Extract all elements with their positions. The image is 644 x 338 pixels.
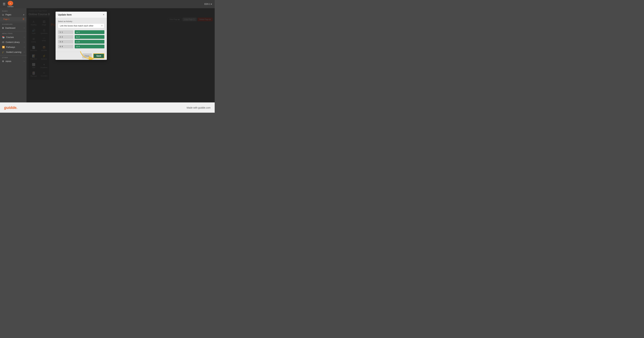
- modal-body: Select an Activity: Link the boxes that …: [56, 18, 107, 52]
- logo-icon: C: [8, 1, 13, 6]
- page1-menu-icon[interactable]: ☰: [22, 18, 24, 20]
- dashboard-section-label: DASHBOARD: [0, 23, 26, 26]
- add-page-button[interactable]: +: [23, 13, 24, 16]
- match-left-4: 4: 4: [58, 44, 73, 48]
- pages-section-label: PAGES: [0, 10, 26, 12]
- match-left-2: 2: 2: [58, 35, 73, 39]
- admin-arrow: ›: [24, 60, 24, 62]
- sidebar-item-guided-learning[interactable]: 🎓 Guided Learning ›: [0, 50, 26, 54]
- activity-select-wrapper: Link the boxes that match each other Dra…: [58, 24, 104, 28]
- guided-learning-icon: 🎓: [2, 51, 5, 53]
- modal-save-button[interactable]: Save: [93, 53, 104, 58]
- svg-text:C: C: [10, 3, 11, 4]
- guided-learning-arrow: ›: [24, 51, 24, 53]
- sidebar-page1[interactable]: Page 1 ☰: [0, 17, 26, 21]
- match-left-1: 1: 1: [58, 30, 73, 34]
- sidebar: PAGES 🗂 Pages + Page 1 ☰ DASHBOARD ⊞ Das…: [0, 8, 26, 102]
- sidebar-item-admin[interactable]: ⚙ Admin ›: [0, 59, 26, 64]
- footer-logo: guidde.: [4, 106, 18, 110]
- courses-label: Courses: [6, 36, 14, 38]
- app-logo: C Censeo: [8, 1, 13, 8]
- dashboard-label: Dashboard: [5, 27, 16, 29]
- pathways-arrow: ›: [24, 46, 24, 48]
- match-right-1: a: 1: [75, 30, 104, 34]
- top-navbar: ☰ C Censeo EDS 1 ▾: [0, 0, 215, 8]
- dashboard-icon: ⊞: [2, 27, 4, 29]
- footer-text: Made with guidde.com: [187, 106, 210, 109]
- match-right-3: c: 3: [75, 40, 104, 44]
- sidebar-item-dashboard[interactable]: ⊞ Dashboard ›: [0, 26, 26, 30]
- user-menu[interactable]: EDS 1 ▾: [204, 3, 212, 5]
- match-row-4: 4: 4 d: 4: [58, 44, 104, 48]
- match-right-4: d: 4: [75, 44, 104, 48]
- pathways-label: Pathways: [6, 46, 15, 48]
- sidebar-item-pathways[interactable]: 🔀 Pathways ›: [0, 44, 26, 50]
- admin-icon: ⚙: [2, 60, 4, 62]
- modal-close-button[interactable]: ×: [103, 13, 104, 16]
- pages-header: 🗂 Pages +: [0, 12, 26, 17]
- update-item-modal: Update Item × Select an Activity: Link t…: [56, 12, 107, 60]
- hamburger-icon[interactable]: ☰: [3, 2, 6, 6]
- content-library-icon: 🗃: [2, 41, 4, 44]
- match-left-3: 3: 3: [58, 40, 73, 44]
- modal-title: Update Item: [58, 13, 72, 16]
- content-area: Course and Page Name Online Course B A H…: [26, 8, 215, 102]
- modal-close-footer-button[interactable]: Close: [82, 53, 92, 58]
- courses-arrow: ›: [24, 36, 24, 38]
- modal-overlay: [26, 8, 215, 102]
- main-layout: PAGES 🗂 Pages + Page 1 ☰ DASHBOARD ⊞ Das…: [0, 8, 215, 102]
- match-row-3: 3: 3 c: 3: [58, 40, 104, 44]
- menu-section-label: MENU ITEMS: [0, 32, 26, 35]
- sidebar-item-content-library[interactable]: 🗃 Content Library ›: [0, 40, 26, 44]
- footer: guidde. Made with guidde.com: [0, 102, 215, 113]
- guided-learning-label: Guided Learning: [6, 51, 21, 53]
- content-library-arrow: ›: [24, 41, 24, 43]
- pathways-icon: 🔀: [2, 46, 5, 48]
- activity-select[interactable]: Link the boxes that match each other Dra…: [58, 24, 104, 28]
- match-row-2: 2: 2 b: 2: [58, 35, 104, 39]
- content-library-label: Content Library: [6, 41, 20, 44]
- user-label: EDS 1 ▾: [204, 3, 212, 5]
- page1-label: Page 1: [4, 18, 10, 20]
- modal-footer: Close Save: [56, 52, 107, 60]
- other-section-label: OTHER: [0, 56, 26, 59]
- sidebar-divider-3: [0, 55, 26, 56]
- match-row-1: 1: 1 a: 1: [58, 30, 104, 34]
- pages-label: Pages: [6, 14, 11, 16]
- activity-select-label: Select an Activity:: [58, 20, 104, 22]
- dashboard-arrow: ›: [24, 27, 24, 29]
- courses-icon: 📚: [2, 36, 5, 38]
- admin-label: Admin: [6, 60, 11, 62]
- logo-text: Censeo: [8, 6, 13, 8]
- pages-icon: 🗂: [2, 14, 4, 16]
- sidebar-item-courses[interactable]: 📚 Courses ›: [0, 35, 26, 40]
- sidebar-divider-2: [0, 31, 26, 31]
- match-right-2: b: 2: [75, 35, 104, 39]
- modal-header: Update Item ×: [56, 12, 107, 18]
